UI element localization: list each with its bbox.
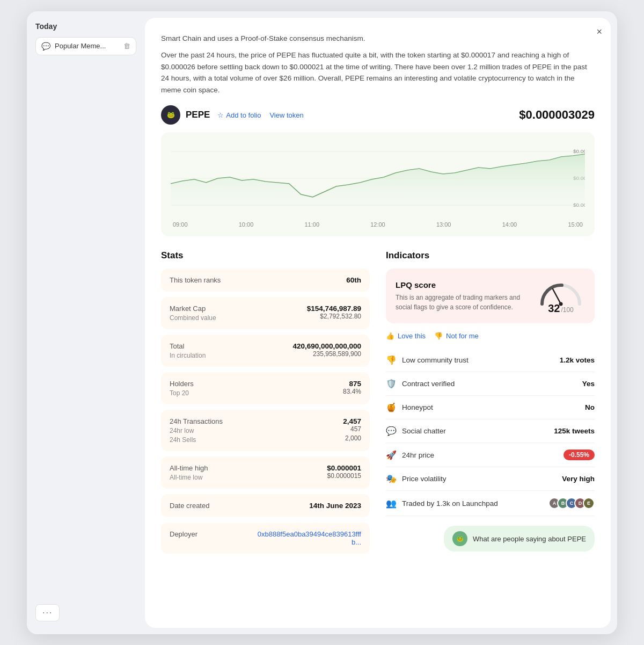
token-logo-icon: 🐸 xyxy=(167,111,175,119)
thumbs-up-icon: 👍 xyxy=(386,332,394,340)
add-to-folio-link[interactable]: ☆ Add to folio xyxy=(217,111,261,119)
lpq-title: LPQ score xyxy=(396,280,528,289)
indicator-price-volatility: 🎭 Price volatility Very high xyxy=(386,467,595,491)
stat-value-txn: 2,457 xyxy=(343,417,361,425)
sidebar-item-popular-meme[interactable]: 💬 Popular Meme... 🗑 xyxy=(35,37,136,55)
not-for-me-button[interactable]: 👎 Not for me xyxy=(434,332,479,340)
chart-label-3: 12:00 xyxy=(370,221,385,228)
love-this-button[interactable]: 👍 Love this xyxy=(386,332,426,340)
thumbs-down-icon: 👎 xyxy=(434,332,443,340)
stat-label-ranks: This token ranks xyxy=(170,276,221,284)
stat-subvalue-top20: 83.4% xyxy=(343,388,361,397)
chat-social-icon: 💬 xyxy=(386,426,402,436)
indicator-label-community: Low community trust xyxy=(402,356,560,364)
more-options-button[interactable]: ··· xyxy=(35,604,60,621)
stat-value-ranks: 60th xyxy=(346,276,361,284)
stat-sublabel-combined: Combined value xyxy=(170,314,216,322)
chat-bubble[interactable]: 🐸 What are people saying about PEPE xyxy=(444,526,595,552)
traded-avatars: A B C D E xyxy=(552,497,595,509)
lpq-description: This is an aggregate of trading markers … xyxy=(396,293,528,312)
stat-value-ath: $0.000001 xyxy=(327,464,361,472)
avatar-5: E xyxy=(583,497,595,509)
stat-24h-transactions: 24h Transactions 2,457 24hr low 457 24h … xyxy=(161,410,370,451)
chart-label-4: 13:00 xyxy=(436,221,451,228)
stat-holders: Holders 875 Top 20 83.4% xyxy=(161,372,370,404)
stat-market-cap: Market Cap $154,746,987.89 Combined valu… xyxy=(161,297,370,329)
star-icon: ☆ xyxy=(217,111,224,119)
main-content: × Smart Chain and uses a Proof-of-Stake … xyxy=(145,18,611,628)
thumbs-down-community-icon: 👎 xyxy=(386,355,402,365)
stats-indicators-columns: Stats This token ranks 60th Market Cap $… xyxy=(161,250,595,559)
users-icon: 👥 xyxy=(386,498,402,509)
indicator-24hr-price: 🚀 24hr price -0.55% xyxy=(386,443,595,467)
stat-label-txn: 24h Transactions xyxy=(170,417,223,425)
indicator-value-contract: Yes xyxy=(582,380,595,388)
lpq-score-value: 32 xyxy=(548,302,560,315)
price-change-badge: -0.55% xyxy=(564,450,595,460)
indicator-label-24hrprice: 24hr price xyxy=(402,451,564,459)
chart-label-0: 09:00 xyxy=(173,221,188,228)
indicator-traded-by: 👥 Traded by 1.3k on Launchpad A B C D E xyxy=(386,491,595,516)
stats-column: Stats This token ranks 60th Market Cap $… xyxy=(161,250,370,559)
sidebar: Today 💬 Popular Meme... 🗑 ··· xyxy=(27,11,145,634)
lpq-score-card: LPQ score This is an aggregate of tradin… xyxy=(386,269,595,323)
indicators-column: Indicators LPQ score This is an aggregat… xyxy=(386,250,595,559)
indicator-contract-verified: 🛡️ Contract verified Yes xyxy=(386,372,595,396)
honeypot-icon: 🍯 xyxy=(386,402,402,412)
stat-token-ranks: This token ranks 60th xyxy=(161,269,370,292)
stat-value-marketcap: $154,746,987.89 xyxy=(307,305,361,313)
vote-row: 👍 Love this 👎 Not for me xyxy=(386,332,595,340)
price-chart: $0.000003 $0.000002 $0.000001 09:00 10:0… xyxy=(161,132,595,236)
stat-deployer: Deployer 0xb888f5ea0ba39494ce839613fffb.… xyxy=(161,523,370,554)
view-token-link[interactable]: View token xyxy=(269,111,303,119)
stat-sublabel-24hrlow: 24hr low xyxy=(170,427,194,434)
indicator-value-community: 1.2k votes xyxy=(560,356,595,364)
indicator-label-traded: Traded by 1.3k on Launchpad xyxy=(402,499,552,508)
stat-label-total: Total xyxy=(170,342,184,350)
volatility-icon: 🎭 xyxy=(386,474,402,484)
delete-icon[interactable]: 🗑 xyxy=(123,42,130,50)
deployer-link[interactable]: 0xb888f5ea0ba39494ce839613fffb... xyxy=(254,530,361,546)
description-line-1: Smart Chain and uses a Proof-of-Stake co… xyxy=(161,33,595,45)
indicator-social-chatter: 💬 Social chatter 125k tweets xyxy=(386,419,595,443)
token-actions: ☆ Add to folio View token xyxy=(217,111,303,119)
svg-text:$0.000003: $0.000003 xyxy=(573,149,585,154)
stat-subvalue-combined: $2,792,532.80 xyxy=(320,313,361,322)
indicators-title: Indicators xyxy=(386,250,595,261)
chart-label-2: 11:00 xyxy=(304,221,319,228)
indicator-value-volatility: Very high xyxy=(562,475,595,483)
chart-label-5: 14:00 xyxy=(502,221,517,228)
stat-subvalue-atl: $0.0000015 xyxy=(327,472,361,481)
stat-sublabel-atl: All-time low xyxy=(170,474,202,481)
indicator-value-honeypot: No xyxy=(585,403,595,411)
stat-subvalue-24hrlow: 457 xyxy=(350,425,361,434)
stat-value-date: 14th June 2023 xyxy=(309,502,361,510)
shield-icon: 🛡️ xyxy=(386,379,402,389)
chart-label-6: 15:00 xyxy=(568,221,583,228)
stat-sublabel-top20: Top 20 xyxy=(170,389,189,397)
chart-x-labels: 09:00 10:00 11:00 12:00 13:00 14:00 15:0… xyxy=(171,221,585,228)
stat-subvalue-circulation: 235,958,589,900 xyxy=(313,350,361,359)
indicator-value-social: 125k tweets xyxy=(554,427,595,435)
close-button[interactable]: × xyxy=(596,26,602,38)
lpq-text: LPQ score This is an aggregate of tradin… xyxy=(396,280,528,312)
indicator-label-honeypot: Honeypot xyxy=(402,403,585,411)
stat-value-holders: 875 xyxy=(349,380,361,388)
token-header: 🐸 PEPE ☆ Add to folio View token $0.0000… xyxy=(161,105,595,125)
stat-label-ath: All-time high xyxy=(170,464,208,472)
stat-label-deployer: Deployer xyxy=(170,530,197,538)
stat-sublabel-24sells: 24h Sells xyxy=(170,436,196,444)
chart-label-1: 10:00 xyxy=(239,221,254,228)
chart-svg: $0.000003 $0.000002 $0.000001 xyxy=(171,141,585,216)
description-line-2: Over the past 24 hours, the price of PEP… xyxy=(161,49,595,96)
chat-bubble-text: What are people saying about PEPE xyxy=(473,535,586,543)
indicator-label-volatility: Price volatility xyxy=(402,475,562,483)
indicator-label-social: Social chatter xyxy=(402,427,554,435)
stat-label-marketcap: Market Cap xyxy=(170,305,206,313)
stat-total: Total 420,690,000,000,000 In circulation… xyxy=(161,335,370,367)
chat-avatar: 🐸 xyxy=(452,531,467,546)
lpq-gauge: 32 /100 xyxy=(537,277,585,315)
sidebar-item-label: Popular Meme... xyxy=(55,42,119,50)
sidebar-today-label: Today xyxy=(35,22,136,31)
token-price: $0.000003029 xyxy=(519,108,595,122)
